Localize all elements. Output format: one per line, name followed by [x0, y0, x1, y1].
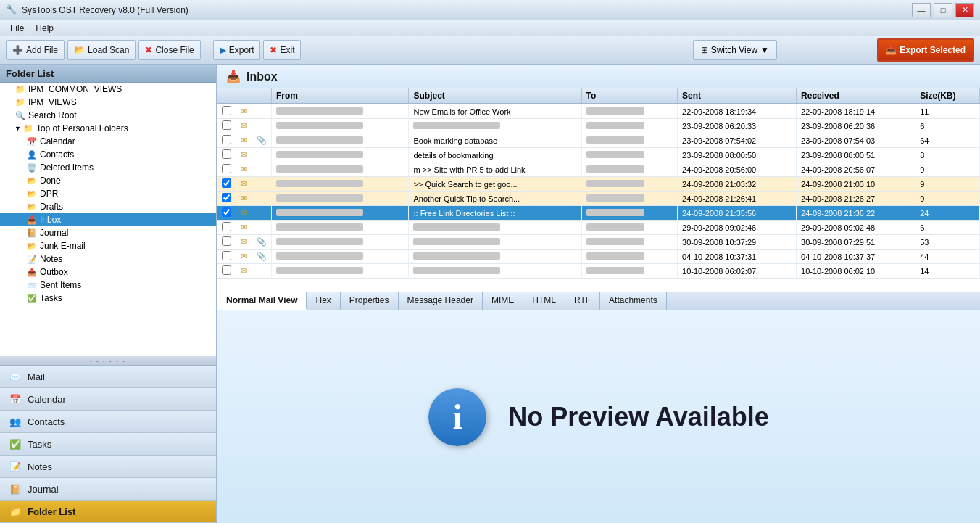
tree-item-contacts[interactable]: 👤 Contacts: [0, 148, 216, 161]
app-icon: 🔧: [6, 4, 17, 16]
row-checkbox[interactable]: [217, 104, 236, 119]
menu-help[interactable]: Help: [30, 22, 59, 35]
nav-tab-tasks[interactable]: ✅ Tasks: [0, 433, 216, 456]
col-size[interactable]: Size(KB): [915, 88, 980, 104]
row-checkbox[interactable]: [217, 221, 236, 235]
tree-item-calendar[interactable]: 📅 Calendar: [0, 135, 216, 148]
row-from: [272, 264, 409, 279]
expand-icon: ▼: [14, 125, 21, 132]
table-row[interactable]: ✉📎04-10-2008 10:37:3104-10-2008 10:37:37…: [217, 250, 980, 264]
nav-tab-mail[interactable]: ✉️ Mail: [0, 366, 216, 388]
tree-item-junk[interactable]: 📂 Junk E-mail: [0, 239, 216, 252]
exit-button[interactable]: ✖ Exit: [263, 40, 301, 60]
folder-tree[interactable]: 📁 IPM_COMMON_VIEWS 📁 IPM_VIEWS 🔍 Search …: [0, 83, 216, 356]
row-subject: New Emails for Office Work: [409, 104, 581, 119]
tree-item-tasks[interactable]: ✅ Tasks: [0, 292, 216, 305]
row-subject: >> Quick Search to get goo...: [409, 177, 581, 192]
nav-tab-journal[interactable]: 📔 Journal: [0, 478, 216, 501]
email-table-container[interactable]: From Subject To Sent Received Size(KB) ✉…: [217, 88, 980, 292]
col-subject[interactable]: Subject: [409, 88, 581, 104]
close-button[interactable]: ✕: [955, 3, 974, 17]
col-sent[interactable]: Sent: [678, 88, 797, 104]
info-icon: i: [428, 388, 486, 446]
load-scan-button[interactable]: 📂 Load Scan: [67, 40, 136, 60]
nav-tab-calendar[interactable]: 📅 Calendar: [0, 388, 216, 411]
export-selected-button[interactable]: 📤 Export Selected: [877, 38, 974, 62]
tree-item-drafts[interactable]: 📂 Drafts: [0, 200, 216, 213]
tree-item-outbox[interactable]: 📤 Outbox: [0, 265, 216, 279]
row-email-icon: ✉: [236, 264, 252, 279]
row-checkbox[interactable]: [217, 133, 236, 148]
table-row[interactable]: ✉10-10-2008 06:02:0710-10-2008 06:02:101…: [217, 264, 980, 279]
row-sent: 23-09-2008 08:00:50: [678, 148, 797, 162]
row-received: 22-09-2008 18:19:14: [797, 104, 915, 119]
table-row[interactable]: ✉>> Quick Search to get goo...24-09-2008…: [217, 177, 980, 192]
table-row[interactable]: ✉29-09-2008 09:02:4629-09-2008 09:02:486: [217, 221, 980, 235]
row-sent: 24-09-2008 21:26:41: [678, 192, 797, 206]
row-sent: 23-09-2008 06:20:33: [678, 119, 797, 133]
row-checkbox[interactable]: [217, 148, 236, 162]
tab-mime[interactable]: MIME: [483, 292, 523, 310]
nav-tab-contacts[interactable]: 👥 Contacts: [0, 411, 216, 433]
row-checkbox[interactable]: [217, 235, 236, 250]
close-file-button[interactable]: ✖ Close File: [138, 40, 200, 60]
row-from: [272, 221, 409, 235]
row-to: [581, 264, 677, 279]
nav-tab-notes[interactable]: 📝 Notes: [0, 456, 216, 478]
table-row[interactable]: ✉23-09-2008 06:20:3323-09-2008 06:20:366: [217, 119, 980, 133]
tab-message-header[interactable]: Message Header: [399, 292, 483, 310]
table-row[interactable]: ✉New Emails for Office Work22-09-2008 18…: [217, 104, 980, 119]
tab-properties[interactable]: Properties: [341, 292, 399, 310]
row-checkbox[interactable]: [217, 206, 236, 221]
col-from[interactable]: From: [272, 88, 409, 104]
folder-list-nav-icon: 📁: [9, 506, 22, 517]
row-size: 9: [915, 192, 980, 206]
tree-item-done[interactable]: 📂 Done: [0, 174, 216, 187]
tree-item-notes[interactable]: 📝 Notes: [0, 252, 216, 265]
tab-hex[interactable]: Hex: [307, 292, 340, 310]
toolbar: ➕ Add File 📂 Load Scan ✖ Close File ▶ Ex…: [0, 36, 980, 65]
export-icon: ▶: [220, 45, 226, 55]
tree-item-ipm-views[interactable]: 📁 IPM_VIEWS: [0, 96, 216, 109]
no-preview-container: i No Preview Available: [428, 388, 769, 446]
tree-item-journal[interactable]: 📔 Journal: [0, 226, 216, 239]
load-scan-icon: 📂: [74, 45, 85, 55]
tree-item-sent[interactable]: 📨 Sent Items: [0, 279, 216, 292]
tree-item-dpr[interactable]: 📂 DPR: [0, 187, 216, 200]
row-size: 9: [915, 162, 980, 177]
col-received[interactable]: Received: [797, 88, 915, 104]
tree-item-inbox[interactable]: 📥 Inbox: [0, 213, 216, 226]
menu-file[interactable]: File: [4, 22, 30, 35]
table-row[interactable]: ✉:: Free Link Directories List ::24-09-2…: [217, 206, 980, 221]
row-checkbox[interactable]: [217, 264, 236, 279]
tree-item-deleted[interactable]: 🗑️ Deleted Items: [0, 161, 216, 174]
table-row[interactable]: ✉m >> Site with PR 5 to add Link24-09-20…: [217, 162, 980, 177]
row-checkbox[interactable]: [217, 177, 236, 192]
tab-rtf[interactable]: RTF: [565, 292, 600, 310]
col-to[interactable]: To: [581, 88, 677, 104]
row-checkbox[interactable]: [217, 250, 236, 264]
table-row[interactable]: ✉details of bookmarking23-09-2008 08:00:…: [217, 148, 980, 162]
tree-item-search-root[interactable]: 🔍 Search Root: [0, 109, 216, 122]
row-checkbox[interactable]: [217, 192, 236, 206]
tab-normal-mail[interactable]: Normal Mail View: [217, 292, 307, 310]
tab-html[interactable]: HTML: [523, 292, 565, 310]
row-subject: [409, 264, 581, 279]
nav-tab-folder-list[interactable]: 📁 Folder List: [0, 501, 216, 523]
table-row[interactable]: ✉📎30-09-2008 10:37:2930-09-2008 07:29:51…: [217, 235, 980, 250]
row-checkbox[interactable]: [217, 162, 236, 177]
switch-view-button[interactable]: ⊞ Switch View ▼: [693, 40, 777, 60]
col-icon: [236, 88, 252, 104]
tab-attachments[interactable]: Attachments: [600, 292, 667, 310]
scroll-handle[interactable]: • • • • • •: [0, 356, 216, 365]
table-row[interactable]: ✉Another Quick Tip to Search...24-09-200…: [217, 192, 980, 206]
table-row[interactable]: ✉📎Book marking database23-09-2008 07:54:…: [217, 133, 980, 148]
row-checkbox[interactable]: [217, 119, 236, 133]
maximize-button[interactable]: □: [934, 3, 952, 17]
switch-view-icon: ⊞: [701, 45, 708, 55]
export-button[interactable]: ▶ Export: [213, 40, 261, 60]
tree-item-ipm-common[interactable]: 📁 IPM_COMMON_VIEWS: [0, 83, 216, 96]
minimize-button[interactable]: —: [912, 3, 931, 17]
add-file-button[interactable]: ➕ Add File: [6, 40, 65, 60]
tree-item-top-personal[interactable]: ▼ 📁 Top of Personal Folders: [0, 122, 216, 135]
